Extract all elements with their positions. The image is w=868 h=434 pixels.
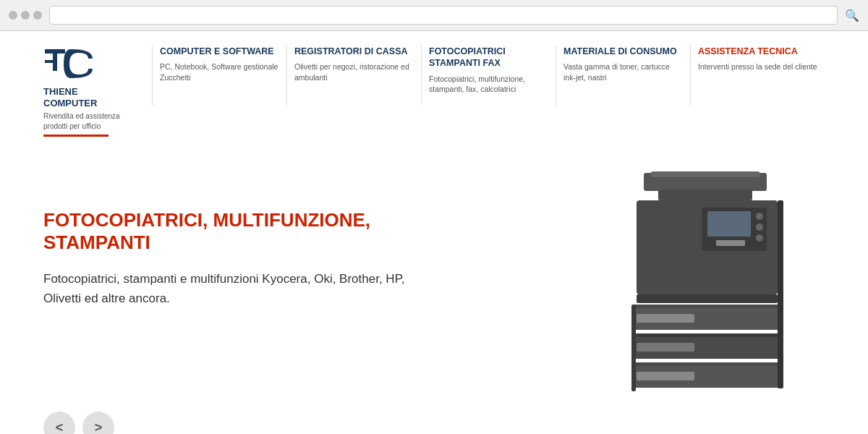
browser-chrome: 🔍 xyxy=(0,0,868,31)
browser-dot-red xyxy=(9,11,17,20)
browser-address-bar[interactable] xyxy=(49,6,838,25)
nav-item-title-assistenza: ASSISTENZA TECNICA xyxy=(698,46,817,57)
nav-item-desc-registratori: Olivetti per negozi, ristorazione ed amb… xyxy=(294,61,414,82)
svg-point-10 xyxy=(756,224,763,231)
browser-toolbar: 🔍 xyxy=(0,0,868,30)
nav-item-desc-assistenza: Interventi presso la sede del cliente xyxy=(698,61,817,72)
svg-rect-19 xyxy=(637,343,694,352)
hero-content: FOTOCOPIATRICI, MULTIFUNZIONE, STAMPANTI… xyxy=(43,180,441,308)
svg-rect-13 xyxy=(637,294,778,303)
hero-text: Fotocopiatrici, stampanti e multifunzion… xyxy=(43,269,441,308)
nav-item-title-materiale: MATERIALE DI CONSUMO xyxy=(563,46,683,57)
svg-rect-18 xyxy=(633,333,781,337)
hero-section: FOTOCOPIATRICI, MULTIFUNZIONE, STAMPANTI… xyxy=(0,137,868,412)
svg-rect-23 xyxy=(778,200,783,388)
svg-point-11 xyxy=(756,234,763,242)
browser-dots xyxy=(9,11,42,20)
svg-rect-21 xyxy=(633,362,781,366)
nav-item-assistenza[interactable]: ASSISTENZA TECNICA Interventi presso la … xyxy=(690,46,825,106)
nav-item-title-computer: COMPUTER E SOFTWARE xyxy=(160,46,279,57)
svg-rect-4 xyxy=(651,171,760,177)
next-arrow-button[interactable]: > xyxy=(82,412,114,434)
nav-item-materiale[interactable]: MATERIALE DI CONSUMO Vasta gamma di tone… xyxy=(556,46,690,106)
browser-dot-yellow xyxy=(21,11,30,20)
nav-item-registratori[interactable]: REGISTRATORI DI CASSA Olivetti per negoz… xyxy=(286,46,421,106)
nav-item-desc-computer: PC, Notebook, Software gestionale Zucche… xyxy=(160,61,279,82)
page-wrapper: THIENECOMPUTER Rivendita ed assistenza p… xyxy=(0,31,868,434)
hero-image xyxy=(593,158,825,404)
nav-bar: THIENECOMPUTER Rivendita ed assistenza p… xyxy=(0,31,868,137)
nav-item-desc-materiale: Vasta gamma di toner, cartucce ink-jet, … xyxy=(563,61,683,82)
prev-arrow-button[interactable]: < xyxy=(43,412,75,434)
nav-arrows: < > xyxy=(0,412,868,434)
logo-area[interactable]: THIENECOMPUTER Rivendita ed assistenza p… xyxy=(43,46,137,137)
svg-rect-24 xyxy=(631,305,636,391)
svg-rect-12 xyxy=(716,240,745,246)
svg-rect-2 xyxy=(45,60,54,63)
nav-item-desc-fotocopiatrici: Fotocopiatrici, multifunzione, stampanti… xyxy=(429,74,548,95)
nav-item-title-fotocopiatrici: FOTOCOPIATRICI STAMPANTI FAX xyxy=(429,46,548,69)
svg-rect-5 xyxy=(658,190,752,200)
svg-rect-22 xyxy=(637,372,694,380)
nav-item-fotocopiatrici[interactable]: FOTOCOPIATRICI STAMPANTI FAX Fotocopiatr… xyxy=(421,46,556,106)
hero-title: FOTOCOPIATRICI, MULTIFUNZIONE, STAMPANTI xyxy=(43,209,441,254)
logo-svg xyxy=(43,46,94,82)
logo-subtitle: Rivendita ed assistenza prodotti per uff… xyxy=(43,111,137,132)
nav-item-title-registratori: REGISTRATORI DI CASSA xyxy=(294,46,414,57)
logo-mark xyxy=(43,46,94,82)
svg-point-9 xyxy=(756,213,763,220)
logo-name: THIENECOMPUTER xyxy=(43,86,97,109)
nav-items: COMPUTER E SOFTWARE PC, Notebook, Softwa… xyxy=(152,46,825,106)
svg-rect-8 xyxy=(707,211,751,237)
nav-item-computer-software[interactable]: COMPUTER E SOFTWARE PC, Notebook, Softwa… xyxy=(152,46,286,106)
printer-svg xyxy=(622,166,796,397)
browser-dot-green xyxy=(33,11,42,20)
svg-rect-16 xyxy=(637,314,694,323)
svg-rect-15 xyxy=(633,305,781,308)
search-icon[interactable]: 🔍 xyxy=(845,9,859,22)
